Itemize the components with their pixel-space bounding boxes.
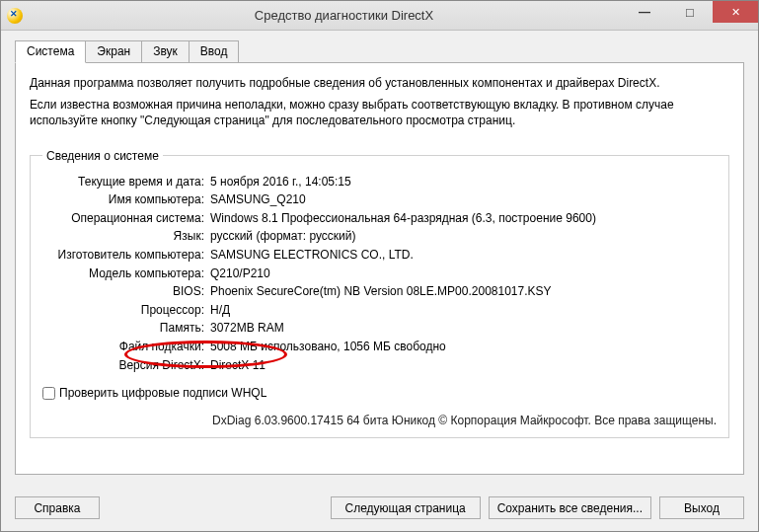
tab-panel-system: Данная программа позволяет получить подр… (15, 62, 744, 475)
value-bios: Phoenix SecureCore(tm) NB Version 08LE.M… (210, 282, 717, 301)
value-language: русский (формат: русский) (210, 227, 717, 246)
row-datetime: Текущие время и дата: 5 ноября 2016 г., … (42, 173, 717, 191)
whql-checkbox[interactable] (42, 387, 55, 400)
row-os: Операционная система: Windows 8.1 Профес… (42, 209, 717, 228)
label-pagefile: Файл подкачки: (42, 338, 210, 356)
label-os: Операционная система: (42, 209, 210, 228)
value-directx-version: DirectX 11 (210, 356, 717, 375)
value-processor: Н/Д (210, 301, 717, 320)
label-processor: Процессор: (42, 301, 210, 320)
tab-sound[interactable]: Звук (141, 40, 190, 63)
value-manufacturer: SAMSUNG ELECTRONICS CO., LTD. (210, 246, 717, 265)
label-model: Модель компьютера: (42, 265, 210, 283)
value-pagefile: 5008 МБ использовано, 1056 МБ свободно (210, 338, 717, 356)
row-manufacturer: Изготовитель компьютера: SAMSUNG ELECTRO… (42, 246, 717, 265)
save-all-button[interactable]: Сохранить все сведения... (489, 496, 651, 519)
label-memory: Память: (42, 319, 210, 338)
close-button[interactable] (713, 1, 758, 23)
next-page-button[interactable]: Следующая страница (331, 496, 481, 519)
intro-p1: Данная программа позволяет получить подр… (30, 75, 729, 91)
tab-screen[interactable]: Экран (85, 40, 142, 63)
value-os: Windows 8.1 Профессиональная 64-разрядна… (210, 209, 717, 228)
system-info-legend: Сведения о системе (42, 149, 163, 163)
whql-label[interactable]: Проверить цифровые подписи WHQL (59, 386, 266, 400)
dxdiag-window: Средство диагностики DirectX Система Экр… (0, 0, 759, 532)
label-language: Язык: (42, 227, 210, 246)
tab-input[interactable]: Ввод (189, 40, 240, 63)
whql-row: Проверить цифровые подписи WHQL (42, 386, 717, 400)
maximize-button[interactable] (667, 1, 713, 23)
help-button[interactable]: Справка (15, 496, 100, 519)
row-directx-version: Версия DirectX: DirectX 11 (42, 356, 717, 375)
tab-strip: Система Экран Звук Ввод (15, 40, 744, 63)
button-bar: Справка Следующая страница Сохранить все… (1, 487, 758, 531)
row-language: Язык: русский (формат: русский) (42, 227, 717, 246)
row-memory: Память: 3072MB RAM (42, 319, 717, 338)
row-computername: Имя компьютера: SAMSUNG_Q210 (42, 190, 717, 209)
row-bios: BIOS: Phoenix SecureCore(tm) NB Version … (42, 282, 717, 301)
window-controls (622, 1, 758, 23)
value-memory: 3072MB RAM (210, 319, 717, 338)
row-pagefile: Файл подкачки: 5008 МБ использовано, 105… (42, 338, 717, 356)
dxdiag-footer: DxDiag 6.03.9600.17415 64 бита Юникод © … (42, 414, 717, 427)
intro-text: Данная программа позволяет получить подр… (30, 75, 729, 135)
row-model: Модель компьютера: Q210/P210 (42, 265, 717, 283)
tab-system[interactable]: Система (15, 40, 86, 63)
row-processor: Процессор: Н/Д (42, 301, 717, 320)
label-directx-version: Версия DirectX: (42, 356, 210, 375)
system-info-group: Сведения о системе Текущие время и дата:… (30, 149, 729, 439)
value-datetime: 5 ноября 2016 г., 14:05:15 (210, 173, 717, 191)
spacer (108, 496, 323, 519)
intro-p2: Если известна возможная причина неполадк… (30, 97, 729, 128)
titlebar[interactable]: Средство диагностики DirectX (1, 1, 758, 31)
value-model: Q210/P210 (210, 265, 717, 283)
label-computername: Имя компьютера: (42, 190, 210, 209)
label-manufacturer: Изготовитель компьютера: (42, 246, 210, 265)
label-bios: BIOS: (42, 282, 210, 301)
label-datetime: Текущие время и дата: (42, 173, 210, 191)
content-area: Система Экран Звук Ввод Данная программа… (1, 31, 758, 487)
exit-button[interactable]: Выход (659, 496, 744, 519)
value-computername: SAMSUNG_Q210 (210, 190, 717, 209)
dxdiag-icon (7, 8, 23, 24)
minimize-button[interactable] (622, 1, 667, 23)
